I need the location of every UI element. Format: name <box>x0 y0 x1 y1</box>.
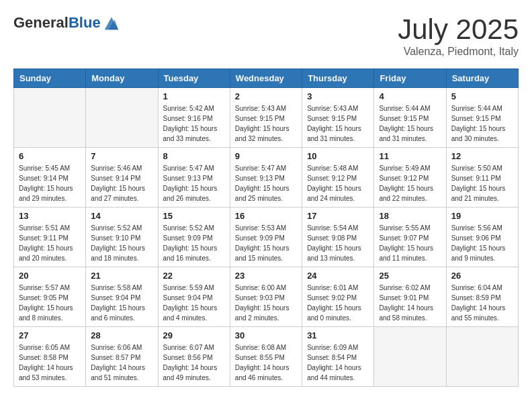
calendar-day-cell: 26 Sunrise: 6:04 AM Sunset: 8:59 PM Dayl… <box>446 267 518 327</box>
weekday-header: Friday <box>374 69 446 88</box>
day-number: 31 <box>307 330 369 340</box>
day-info: Sunrise: 6:05 AM Sunset: 8:58 PM Dayligh… <box>19 342 81 383</box>
sunrise: Sunrise: 6:09 AM <box>307 344 358 351</box>
calendar-day-cell: 30 Sunrise: 6:08 AM Sunset: 8:55 PM Dayl… <box>230 327 302 387</box>
daylight: Daylight: 15 hours and 31 minutes. <box>307 125 361 142</box>
day-number: 19 <box>451 211 513 221</box>
calendar-day-cell <box>374 327 446 387</box>
day-number: 25 <box>379 271 441 281</box>
daylight: Daylight: 15 hours and 8 minutes. <box>19 304 73 322</box>
sunset: Sunset: 8:58 PM <box>19 354 69 361</box>
day-number: 9 <box>235 151 297 161</box>
sunset: Sunset: 9:01 PM <box>379 294 429 302</box>
calendar-day-cell: 29 Sunrise: 6:07 AM Sunset: 8:56 PM Dayl… <box>158 327 230 387</box>
daylight: Daylight: 15 hours and 18 minutes. <box>91 244 145 262</box>
day-number: 6 <box>19 151 81 161</box>
daylight: Daylight: 15 hours and 9 minutes. <box>451 244 506 262</box>
sunset: Sunset: 9:13 PM <box>163 175 213 182</box>
calendar-week-row: 20 Sunrise: 5:57 AM Sunset: 9:05 PM Dayl… <box>14 267 519 327</box>
day-number: 15 <box>163 211 225 221</box>
sunrise: Sunrise: 6:04 AM <box>451 284 502 291</box>
daylight: Daylight: 15 hours and 2 minutes. <box>235 304 290 322</box>
day-info: Sunrise: 5:43 AM Sunset: 9:15 PM Dayligh… <box>235 103 297 144</box>
day-info: Sunrise: 5:52 AM Sunset: 9:09 PM Dayligh… <box>163 223 225 263</box>
calendar-day-cell: 18 Sunrise: 5:55 AM Sunset: 9:07 PM Dayl… <box>374 208 446 267</box>
sunrise: Sunrise: 6:05 AM <box>19 344 70 351</box>
sunset: Sunset: 9:14 PM <box>91 175 140 182</box>
daylight: Daylight: 15 hours and 24 minutes. <box>307 185 361 202</box>
daylight: Daylight: 15 hours and 15 minutes. <box>235 244 290 262</box>
day-info: Sunrise: 6:02 AM Sunset: 9:01 PM Dayligh… <box>379 283 441 323</box>
sunrise: Sunrise: 6:02 AM <box>379 284 430 291</box>
calendar-day-cell: 17 Sunrise: 5:54 AM Sunset: 9:08 PM Dayl… <box>302 208 374 267</box>
sunrise: Sunrise: 5:56 AM <box>451 224 502 232</box>
day-number: 22 <box>163 271 225 281</box>
sunrise: Sunrise: 5:50 AM <box>451 165 502 172</box>
daylight: Daylight: 14 hours and 49 minutes. <box>163 364 218 381</box>
sunset: Sunset: 8:54 PM <box>307 354 357 361</box>
day-info: Sunrise: 5:46 AM Sunset: 9:14 PM Dayligh… <box>91 163 152 203</box>
calendar-day-cell: 20 Sunrise: 5:57 AM Sunset: 9:05 PM Dayl… <box>14 267 86 327</box>
page-header: GeneralBlue July 2025 Valenza, Piedmont,… <box>13 13 519 58</box>
calendar-day-cell: 10 Sunrise: 5:48 AM Sunset: 9:12 PM Dayl… <box>302 148 374 208</box>
weekday-header: Thursday <box>302 69 374 88</box>
daylight: Daylight: 15 hours and 30 minutes. <box>451 125 506 142</box>
sunset: Sunset: 8:59 PM <box>451 294 501 302</box>
day-number: 28 <box>91 330 152 340</box>
sunset: Sunset: 9:15 PM <box>451 115 501 122</box>
sunrise: Sunrise: 6:06 AM <box>91 344 142 351</box>
sunrise: Sunrise: 5:51 AM <box>19 224 70 232</box>
sunset: Sunset: 9:12 PM <box>307 175 357 182</box>
sunset: Sunset: 9:15 PM <box>307 115 357 122</box>
sunset: Sunset: 9:14 PM <box>19 175 69 182</box>
calendar-day-cell: 3 Sunrise: 5:43 AM Sunset: 9:15 PM Dayli… <box>302 88 374 148</box>
sunrise: Sunrise: 5:44 AM <box>451 105 502 112</box>
day-info: Sunrise: 5:59 AM Sunset: 9:04 PM Dayligh… <box>163 283 225 323</box>
sunset: Sunset: 9:06 PM <box>451 234 501 242</box>
day-info: Sunrise: 5:52 AM Sunset: 9:10 PM Dayligh… <box>91 223 152 263</box>
day-info: Sunrise: 5:51 AM Sunset: 9:11 PM Dayligh… <box>19 223 81 263</box>
daylight: Daylight: 15 hours and 16 minutes. <box>163 244 218 262</box>
day-info: Sunrise: 5:49 AM Sunset: 9:12 PM Dayligh… <box>379 163 441 203</box>
weekday-header: Wednesday <box>230 69 302 88</box>
day-number: 13 <box>19 211 81 221</box>
day-info: Sunrise: 6:04 AM Sunset: 8:59 PM Dayligh… <box>451 283 513 323</box>
calendar-day-cell: 8 Sunrise: 5:47 AM Sunset: 9:13 PM Dayli… <box>158 148 230 208</box>
calendar-week-row: 27 Sunrise: 6:05 AM Sunset: 8:58 PM Dayl… <box>14 327 519 387</box>
calendar-table: SundayMondayTuesdayWednesdayThursdayFrid… <box>13 68 519 387</box>
day-info: Sunrise: 5:43 AM Sunset: 9:15 PM Dayligh… <box>307 103 369 144</box>
daylight: Daylight: 14 hours and 51 minutes. <box>91 364 145 381</box>
daylight: Daylight: 15 hours and 22 minutes. <box>379 185 433 202</box>
day-info: Sunrise: 6:09 AM Sunset: 8:54 PM Dayligh… <box>307 342 369 383</box>
calendar-day-cell: 9 Sunrise: 5:47 AM Sunset: 9:13 PM Dayli… <box>230 148 302 208</box>
location: Valenza, Piedmont, Italy <box>398 46 519 58</box>
calendar-day-cell: 5 Sunrise: 5:44 AM Sunset: 9:15 PM Dayli… <box>446 88 518 148</box>
sunrise: Sunrise: 6:01 AM <box>307 284 358 291</box>
sunrise: Sunrise: 5:43 AM <box>307 105 358 112</box>
day-info: Sunrise: 5:54 AM Sunset: 9:08 PM Dayligh… <box>307 223 369 263</box>
calendar-day-cell: 1 Sunrise: 5:42 AM Sunset: 9:16 PM Dayli… <box>158 88 230 148</box>
sunrise: Sunrise: 6:07 AM <box>163 344 214 351</box>
calendar-day-cell: 6 Sunrise: 5:45 AM Sunset: 9:14 PM Dayli… <box>14 148 86 208</box>
calendar-week-row: 6 Sunrise: 5:45 AM Sunset: 9:14 PM Dayli… <box>14 148 519 208</box>
day-number: 17 <box>307 211 369 221</box>
sunset: Sunset: 9:15 PM <box>235 115 285 122</box>
calendar-day-cell: 21 Sunrise: 5:58 AM Sunset: 9:04 PM Dayl… <box>86 267 158 327</box>
day-number: 20 <box>19 271 81 281</box>
logo: GeneralBlue <box>13 13 121 32</box>
day-info: Sunrise: 5:50 AM Sunset: 9:11 PM Dayligh… <box>451 163 513 203</box>
day-number: 5 <box>451 91 513 101</box>
sunset: Sunset: 9:11 PM <box>19 234 69 242</box>
day-number: 26 <box>451 271 513 281</box>
sunset: Sunset: 9:10 PM <box>91 234 140 242</box>
sunrise: Sunrise: 5:57 AM <box>19 284 70 291</box>
title-block: July 2025 Valenza, Piedmont, Italy <box>398 13 519 58</box>
sunrise: Sunrise: 5:42 AM <box>163 105 214 112</box>
calendar-day-cell: 2 Sunrise: 5:43 AM Sunset: 9:15 PM Dayli… <box>230 88 302 148</box>
weekday-header: Saturday <box>446 69 518 88</box>
sunrise: Sunrise: 5:58 AM <box>91 284 142 291</box>
daylight: Daylight: 15 hours and 6 minutes. <box>91 304 145 322</box>
daylight: Daylight: 14 hours and 46 minutes. <box>235 364 290 381</box>
logo-icon <box>102 13 121 32</box>
day-number: 18 <box>379 211 441 221</box>
